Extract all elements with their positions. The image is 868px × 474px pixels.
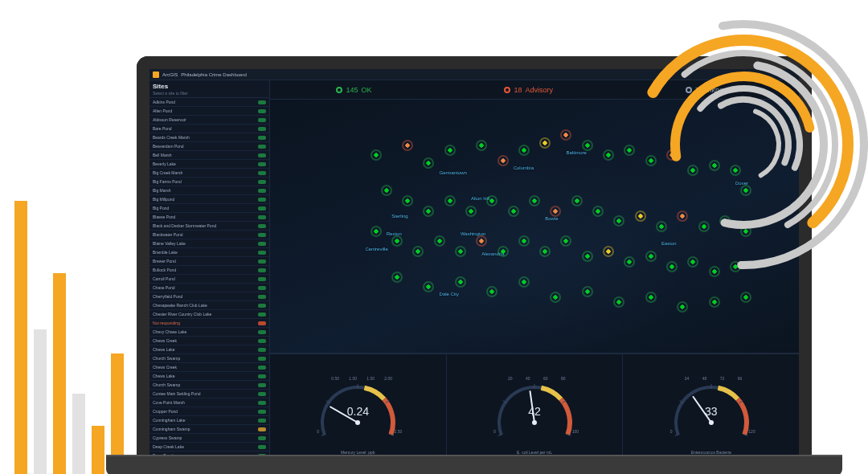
map-marker[interactable] — [424, 207, 432, 215]
site-row[interactable]: Not responding — [149, 319, 269, 328]
map-marker[interactable] — [520, 278, 528, 286]
site-row[interactable]: Chews Lake — [149, 372, 269, 381]
map-marker[interactable] — [668, 151, 676, 159]
site-row[interactable]: Big Pond — [149, 204, 269, 213]
site-row[interactable]: Big Millpond — [149, 195, 269, 204]
map-marker[interactable] — [731, 166, 739, 174]
map-marker[interactable] — [562, 131, 570, 139]
map-marker[interactable] — [657, 223, 665, 231]
site-row[interactable]: Chews Creek — [149, 363, 269, 372]
map-marker[interactable] — [510, 207, 518, 215]
map-marker[interactable] — [403, 197, 411, 205]
map-marker[interactable] — [700, 223, 708, 231]
site-row[interactable]: Chevy Chase Lake — [149, 328, 269, 337]
site-row[interactable]: Beards Creek Marsh — [149, 133, 269, 142]
site-row[interactable]: Bell Marsh — [149, 151, 269, 160]
map-marker[interactable] — [551, 293, 559, 301]
map-marker[interactable] — [625, 146, 633, 154]
site-row[interactable]: Chews Creek — [149, 337, 269, 345]
site-row[interactable]: Chester River Country Club Lake — [149, 310, 269, 319]
site-row[interactable]: Allen Pond — [149, 107, 269, 116]
map-marker[interactable] — [583, 252, 592, 260]
map-marker[interactable] — [583, 141, 592, 149]
site-row[interactable]: Carroll Pond — [149, 275, 269, 284]
map-marker[interactable] — [541, 139, 549, 147]
map-marker[interactable] — [488, 288, 496, 296]
map-marker[interactable] — [583, 288, 592, 296]
map-marker[interactable] — [499, 247, 507, 255]
map-marker[interactable] — [372, 227, 380, 235]
map-marker[interactable] — [424, 159, 432, 167]
map-marker[interactable] — [393, 237, 401, 245]
map-marker[interactable] — [520, 146, 528, 154]
site-row[interactable]: Atkisson Reservoir — [149, 116, 269, 125]
site-row[interactable]: Bare Pond — [149, 125, 269, 133]
site-row[interactable]: Deep Creek Lake — [149, 443, 269, 452]
map-marker[interactable] — [731, 263, 739, 271]
map-marker[interactable] — [477, 141, 485, 149]
map-marker[interactable] — [372, 151, 380, 159]
map-marker[interactable] — [710, 298, 719, 306]
map-marker[interactable] — [573, 197, 581, 205]
site-row[interactable]: Church Swamp — [149, 381, 269, 390]
map-marker[interactable] — [637, 212, 645, 220]
site-list[interactable]: Adkins PondAllen PondAtkisson ReservoirB… — [149, 98, 269, 458]
site-row[interactable]: Big Farms Pond — [149, 178, 269, 186]
site-row[interactable]: Big Creek Marsh — [149, 169, 269, 178]
map-marker[interactable] — [742, 293, 750, 301]
site-row[interactable]: Brewer Pond — [149, 257, 269, 266]
map-marker[interactable] — [403, 141, 411, 149]
site-row[interactable]: Bramble Lake — [149, 248, 269, 257]
site-row[interactable]: Blaine Valley Lake — [149, 239, 269, 248]
site-row[interactable]: Chesapeake Ranch Club Lake — [149, 301, 269, 310]
map-marker[interactable] — [625, 258, 633, 266]
map-marker[interactable] — [414, 247, 422, 255]
map-marker[interactable] — [436, 237, 444, 245]
site-row[interactable]: Cypress Swamp — [149, 434, 269, 443]
map-marker[interactable] — [499, 157, 507, 165]
map-marker[interactable] — [689, 166, 697, 174]
site-row[interactable]: Black and Decker Stormwater Pond — [149, 222, 269, 231]
map-marker[interactable] — [647, 293, 655, 301]
site-row[interactable]: Adkins Pond — [149, 98, 269, 107]
site-row[interactable]: Cunningham Swamp — [149, 425, 269, 434]
map-marker[interactable] — [520, 237, 528, 245]
map-marker[interactable] — [530, 197, 538, 205]
map-panel[interactable]: BaltimoreGermantownColumbiaAlton HillSte… — [270, 100, 799, 353]
map-marker[interactable] — [457, 278, 465, 286]
map-marker[interactable] — [710, 161, 719, 170]
map-marker[interactable] — [541, 247, 549, 255]
map-marker[interactable] — [467, 207, 475, 215]
map-marker[interactable] — [647, 252, 655, 260]
site-row[interactable]: Cherryfield Pond — [149, 292, 269, 301]
site-row[interactable]: Church Swamp — [149, 354, 269, 363]
map-marker[interactable] — [689, 258, 697, 266]
map-marker[interactable] — [742, 227, 750, 235]
map-marker[interactable] — [615, 298, 623, 306]
map-marker[interactable] — [604, 247, 612, 255]
map-marker[interactable] — [678, 303, 686, 311]
map-marker[interactable] — [562, 237, 570, 245]
map-marker[interactable] — [446, 146, 454, 154]
map-marker[interactable] — [424, 283, 432, 291]
site-row[interactable]: Cunningham Lake — [149, 416, 269, 425]
map-marker[interactable] — [488, 197, 496, 205]
site-row[interactable]: Cropper Pond — [149, 407, 269, 416]
map-marker[interactable] — [383, 186, 391, 194]
site-row[interactable]: Big Marsh — [149, 186, 269, 195]
map-marker[interactable] — [477, 237, 485, 245]
site-row[interactable]: Blaese Pond — [149, 213, 269, 222]
map-marker[interactable] — [721, 217, 729, 225]
map-marker[interactable] — [668, 263, 676, 271]
status-advisory[interactable]: 18 Advisory — [504, 86, 553, 94]
map-marker[interactable] — [594, 207, 602, 215]
site-row[interactable]: Beaverdam Pond — [149, 142, 269, 151]
site-row[interactable]: Chews Lake — [149, 345, 269, 354]
map-marker[interactable] — [551, 207, 559, 215]
status-unknown[interactable]: 7 Unknown — [686, 86, 733, 94]
status-ok[interactable]: 145 OK — [336, 86, 371, 94]
map-marker[interactable] — [647, 157, 655, 165]
site-row[interactable]: Chase Pond — [149, 284, 269, 292]
map-marker[interactable] — [678, 212, 686, 220]
site-row[interactable]: Bullock Pond — [149, 266, 269, 275]
